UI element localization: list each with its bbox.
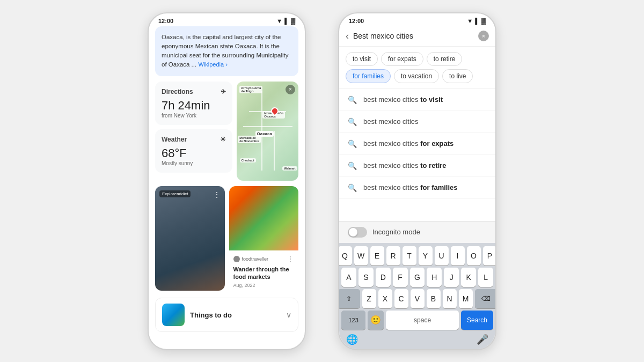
key-l[interactable]: L <box>478 268 493 287</box>
media-author-row: foodtraveller ⋮ <box>233 255 295 263</box>
media-card-right[interactable]: foodtraveller ⋮ Wander through the food … <box>229 186 299 293</box>
status-icons-2: ▼ ▌ ▓ <box>467 18 486 24</box>
chip-to-live[interactable]: to live <box>442 69 473 83</box>
key-r[interactable]: R <box>386 246 400 265</box>
key-shift[interactable]: ⇧ <box>339 289 360 308</box>
suggestion-item-2[interactable]: 🔍 best mexico cities <box>339 111 495 133</box>
wiki-link[interactable]: Wikipedia › <box>198 61 227 68</box>
key-backspace[interactable]: ⌫ <box>475 289 496 308</box>
wifi-icon-2: ▼ <box>467 18 473 24</box>
phone1: 12:00 ▼ ▌ ▓ Oaxaca, is the capital and l… <box>148 12 306 350</box>
key-x[interactable]: X <box>378 289 392 308</box>
search-bar-row: ‹ × <box>339 26 495 47</box>
key-c[interactable]: C <box>394 289 408 308</box>
media-date: Aug, 2022 <box>233 283 295 288</box>
directions-title: Directions ✈ <box>162 88 226 95</box>
key-space[interactable]: space <box>386 311 459 330</box>
ttd-thumbnail <box>162 304 185 326</box>
globe-button[interactable]: 🌐 <box>341 332 363 347</box>
phone2-content: ‹ × to visit for expats to retire for fa… <box>339 26 495 349</box>
things-to-do-card[interactable]: Things to do ∨ <box>155 298 298 332</box>
kb-row-2: A S D F G H J K L <box>341 268 493 287</box>
key-a[interactable]: A <box>341 268 356 287</box>
map-close-btn[interactable]: × <box>286 85 295 94</box>
suggestion-chips: to visit for expats to retire for famili… <box>339 47 495 89</box>
chip-to-vacation[interactable]: to vacation <box>394 69 439 83</box>
mic-button[interactable]: 🎤 <box>472 332 493 347</box>
key-h[interactable]: H <box>427 268 442 287</box>
key-d[interactable]: D <box>376 268 391 287</box>
plane-icon: ✈ <box>221 88 226 95</box>
key-f[interactable]: F <box>393 268 408 287</box>
wifi-icon: ▼ <box>276 18 282 24</box>
key-emoji[interactable]: 🙂 <box>368 311 384 330</box>
key-u[interactable]: U <box>435 246 449 265</box>
chip-for-expats[interactable]: for expats <box>381 52 423 66</box>
time-2: 12:00 <box>349 18 364 24</box>
more-icon[interactable]: ⋮ <box>213 190 221 199</box>
weather-card[interactable]: Weather ☀ 68°F Mostly sunny <box>155 129 232 173</box>
directions-card[interactable]: Directions ✈ 7h 24min from New York <box>155 82 232 125</box>
spacer <box>365 332 470 347</box>
suggestion-item-4[interactable]: 🔍 best mexico cities to retire <box>339 155 495 177</box>
key-i[interactable]: I <box>451 246 465 265</box>
author-avatar <box>233 256 240 262</box>
search-icon-3: 🔍 <box>348 139 357 148</box>
media-card-left[interactable]: Exploreaddict ⋮ <box>155 186 225 291</box>
time-1: 12:00 <box>158 18 173 24</box>
key-w[interactable]: W <box>354 246 368 265</box>
clear-button[interactable]: × <box>478 31 489 41</box>
signal-icon-2: ▌ <box>475 18 479 24</box>
key-123[interactable]: 123 <box>341 311 365 330</box>
map-thumbnail[interactable]: Arroyo Lomade Trigo Hotel MisiónOaxaca O… <box>237 82 298 181</box>
incognito-toggle[interactable] <box>348 227 367 238</box>
suggestion-item-5[interactable]: 🔍 best mexico cities for families <box>339 177 495 199</box>
key-z[interactable]: Z <box>362 289 376 308</box>
map-label-mercado: Mercado 20de Noviembre <box>238 136 260 143</box>
map-label-walmart: Walmart <box>282 166 297 171</box>
more-icon2[interactable]: ⋮ <box>287 255 294 263</box>
sug-text-2: best mexico cities <box>363 117 419 125</box>
key-y[interactable]: Y <box>419 246 433 265</box>
key-j[interactable]: J <box>444 268 459 287</box>
status-bar-1: 12:00 ▼ ▌ ▓ <box>149 13 305 26</box>
suggestion-item-3[interactable]: 🔍 best mexico cities for expats <box>339 133 495 155</box>
search-icon-4: 🔍 <box>348 161 357 170</box>
key-v[interactable]: V <box>411 289 425 308</box>
back-button[interactable]: ‹ <box>346 31 349 42</box>
map-road2 <box>243 126 292 127</box>
keyboard: Q W E R T Y U I O P A S D F G H J K <box>339 243 495 349</box>
suggestion-item-1[interactable]: 🔍 best mexico cities to visit <box>339 89 495 111</box>
key-g[interactable]: G <box>410 268 425 287</box>
key-q[interactable]: Q <box>339 246 352 265</box>
map-road4 <box>274 131 275 171</box>
chip-for-families[interactable]: for families <box>346 69 391 83</box>
battery-icon-2: ▓ <box>481 18 486 24</box>
key-k[interactable]: K <box>461 268 476 287</box>
left-cards: Directions ✈ 7h 24min from New York Weat… <box>155 82 232 181</box>
search-button[interactable]: Search <box>461 311 493 330</box>
media-bg <box>155 186 225 291</box>
search-input[interactable] <box>353 32 474 40</box>
key-s[interactable]: S <box>358 268 374 287</box>
key-b[interactable]: B <box>427 289 441 308</box>
wiki-card: Oaxaca, is the capital and largest city … <box>155 26 298 76</box>
weather-desc: Mostly sunny <box>162 160 226 166</box>
chip-to-retire[interactable]: to retire <box>427 52 463 66</box>
chip-to-visit[interactable]: to visit <box>346 52 378 66</box>
dir-weather-row: Directions ✈ 7h 24min from New York Weat… <box>155 82 298 181</box>
key-t[interactable]: T <box>402 246 416 265</box>
weather-title: Weather ☀ <box>162 136 226 143</box>
key-n[interactable]: N <box>443 289 457 308</box>
incognito-row: Incognito mode <box>339 221 495 243</box>
media-row: Exploreaddict ⋮ foodtraveller ⋮ Wander t… <box>155 186 298 293</box>
phone1-scroll[interactable]: Oaxaca, is the capital and largest city … <box>149 26 305 349</box>
key-m[interactable]: M <box>459 289 473 308</box>
key-e[interactable]: E <box>370 246 384 265</box>
sug-text-1: best mexico cities to visit <box>363 95 443 104</box>
sug-text-5: best mexico cities for families <box>363 183 458 191</box>
kb-row-bottom: 123 🙂 space Search <box>341 311 493 330</box>
key-o[interactable]: O <box>467 246 481 265</box>
key-p[interactable]: P <box>483 246 496 265</box>
sug-text-3: best mexico cities for expats <box>363 139 453 147</box>
